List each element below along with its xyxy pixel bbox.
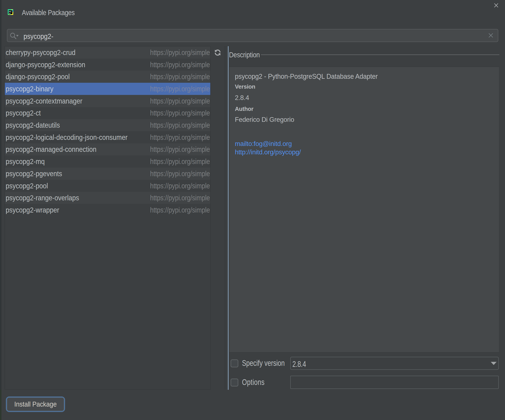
svg-text:PC: PC (9, 11, 12, 13)
